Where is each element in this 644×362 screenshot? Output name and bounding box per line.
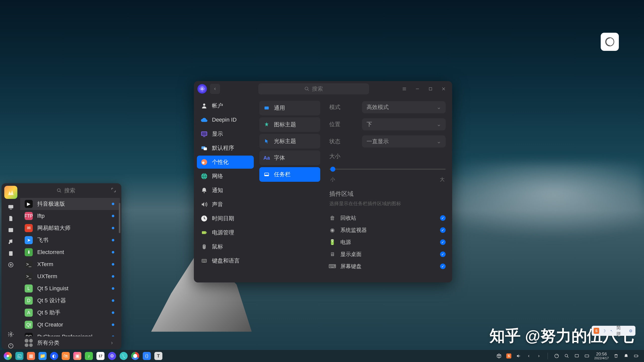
taskbar-multitasking[interactable]: ◱: [14, 351, 25, 361]
taskbar-app-store[interactable]: 🛍: [60, 351, 71, 361]
settings-sidebar-user[interactable]: 帐户: [197, 99, 254, 112]
launcher-documents-icon[interactable]: [7, 215, 14, 222]
app-label: 网易邮箱大师: [37, 224, 70, 232]
launcher-control-icon[interactable]: [7, 261, 14, 268]
plugin-section-title: 插件区域: [329, 190, 446, 198]
launcher-app-item[interactable]: >_UXTerm: [20, 270, 120, 282]
launcher-search[interactable]: 搜索: [24, 187, 108, 194]
settings-sidebar-personalize[interactable]: 个性化: [197, 156, 254, 169]
plugin-toggle[interactable]: ✓: [440, 227, 446, 233]
app-indicator-dot: [112, 203, 114, 205]
settings-sidebar-defaults[interactable]: 默认程序: [197, 141, 254, 155]
tray-notification-icon[interactable]: [623, 353, 629, 359]
settings-sidebar-display[interactable]: 显示: [197, 127, 254, 140]
settings-sidebar-clock[interactable]: 时间日期: [197, 212, 254, 225]
settings-mid-taskbar[interactable]: 任务栏: [259, 167, 320, 182]
launcher-app-item[interactable]: AQt 5 助手: [20, 307, 120, 319]
taskbar-rime[interactable]: ㄟ: [118, 351, 129, 361]
taskbar-vscode[interactable]: ⟨⟩: [141, 351, 152, 361]
launcher-app-item[interactable]: ✉网易邮箱大师: [20, 222, 120, 234]
tray-search-icon[interactable]: [564, 353, 569, 359]
launcher-all-categories[interactable]: 所有分类 ›: [20, 336, 121, 349]
launcher-logo[interactable]: [4, 186, 17, 199]
launcher-expand-icon[interactable]: [111, 187, 117, 194]
app-icon: PC: [25, 333, 33, 336]
taskbar-browser[interactable]: ◐: [49, 351, 59, 361]
tray-sogou-icon[interactable]: S: [506, 353, 511, 358]
settings-sidebar-keyboard[interactable]: 键盘和语言: [197, 254, 254, 267]
launcher-music-icon[interactable]: [7, 238, 14, 245]
app-icon: ⬇: [25, 248, 33, 256]
settings-search[interactable]: 搜索: [258, 83, 369, 94]
settings-mid-cursor[interactable]: 光标主题: [259, 134, 320, 149]
tray-assistant-icon[interactable]: [554, 353, 559, 359]
launcher-scrollbar[interactable]: [119, 203, 120, 233]
tray-trash-icon[interactable]: [613, 353, 619, 359]
launcher-app-item[interactable]: >_XTerm: [20, 258, 120, 270]
launcher-settings-icon[interactable]: [7, 331, 14, 338]
cloud-icon: [200, 116, 208, 124]
taskbar-photos[interactable]: ▣: [72, 351, 83, 361]
maximize-button[interactable]: [425, 84, 436, 94]
keyboard-icon: ⌨: [329, 263, 335, 269]
taskbar-calendar[interactable]: 17: [95, 351, 106, 361]
plugin-toggle[interactable]: ✓: [440, 239, 446, 245]
tray-keyboard-icon[interactable]: [584, 353, 590, 359]
tray-cube-icon[interactable]: [496, 353, 502, 359]
menu-button[interactable]: [399, 84, 409, 94]
back-button[interactable]: [210, 84, 220, 94]
mode-select[interactable]: 高效模式 ⌄: [362, 101, 446, 113]
settings-mid-icontheme[interactable]: 图标主题: [259, 117, 320, 132]
taskbar-text[interactable]: T: [153, 351, 164, 361]
settings-sidebar-mouse[interactable]: 鼠标: [197, 240, 254, 253]
launcher-app-item[interactable]: ⬇Electorrent: [20, 246, 120, 258]
launcher-downloads-icon[interactable]: [7, 250, 14, 257]
minimize-button[interactable]: [412, 84, 422, 94]
tray-expand-right-icon[interactable]: ›: [536, 353, 542, 359]
ime-panel[interactable]: S ☽ •, 简 拼 ⚙: [592, 326, 635, 336]
launcher-computer-icon[interactable]: [7, 203, 14, 210]
tray-desktop-icon[interactable]: [574, 353, 580, 359]
taskbar-files[interactable]: 📁: [37, 351, 48, 361]
taskbar-settings[interactable]: ⚙: [107, 351, 117, 361]
app-indicator-dot: [112, 227, 114, 229]
launcher-app-item[interactable]: PCPyCharm Professional: [20, 331, 120, 336]
launcher-app-item[interactable]: ➤飞书: [20, 234, 120, 246]
desktop-rime-icon[interactable]: [601, 33, 619, 51]
settings-content: 模式 高效模式 ⌄ 位置 下 ⌄ 状态 一直显示 ⌄ 大小: [323, 97, 452, 282]
launcher-button[interactable]: [3, 351, 13, 361]
taskbar-app-1[interactable]: ▦: [26, 351, 36, 361]
taskbar-chrome[interactable]: [130, 351, 140, 361]
settings-sidebar-sound[interactable]: 声音: [197, 198, 254, 211]
settings-submenu: 通用图标主题光标主题Aa字体任务栏: [257, 97, 323, 282]
plugin-toggle[interactable]: ✓: [440, 251, 446, 257]
close-button[interactable]: [439, 84, 449, 94]
size-slider[interactable]: [329, 164, 446, 174]
app-indicator-dot: [112, 287, 114, 290]
taskbar-music[interactable]: ♪: [84, 351, 94, 361]
settings-sidebar-cloud[interactable]: Deepin ID: [197, 113, 254, 126]
app-indicator-dot: [112, 239, 114, 241]
launcher-app-item[interactable]: FTPlftp: [20, 210, 120, 222]
ime-settings-icon[interactable]: ⚙: [628, 328, 633, 334]
plugin-toggle[interactable]: ✓: [440, 264, 446, 269]
tray-expand-left-icon[interactable]: ‹: [526, 353, 531, 359]
settings-mid-font[interactable]: Aa字体: [259, 151, 320, 165]
taskbar-clock[interactable]: 20:56 2022/4/17: [594, 352, 609, 360]
settings-sidebar-power[interactable]: 电源管理: [197, 226, 254, 239]
launcher-app-item[interactable]: ▶抖音极速版: [20, 198, 120, 210]
launcher-app-item[interactable]: DQt 5 设计器: [20, 295, 120, 307]
launcher-app-item[interactable]: LQt 5 Linguist: [20, 282, 120, 295]
status-select[interactable]: 一直显示 ⌄: [362, 135, 446, 148]
tray-volume-icon[interactable]: [516, 353, 521, 359]
launcher-pictures-icon[interactable]: [7, 227, 14, 234]
plugin-toggle[interactable]: ✓: [440, 215, 446, 221]
slider-thumb[interactable]: [330, 167, 335, 172]
settings-mid-general[interactable]: 通用: [259, 101, 320, 115]
tray-battery-icon[interactable]: [633, 353, 639, 359]
launcher-power-icon[interactable]: [7, 342, 14, 349]
settings-sidebar-network[interactable]: 网络: [197, 170, 254, 183]
settings-sidebar-bell[interactable]: 通知: [197, 184, 254, 197]
position-select[interactable]: 下 ⌄: [362, 118, 446, 130]
launcher-app-item[interactable]: QtQt Creator: [20, 319, 120, 331]
